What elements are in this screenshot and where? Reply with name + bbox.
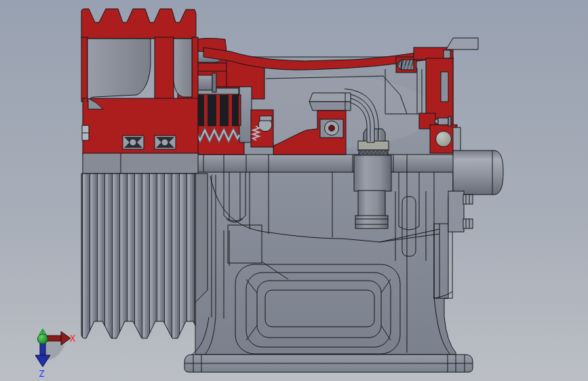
- retainer-flange[interactable]: [448, 191, 464, 232]
- ball-bearing-left[interactable]: [123, 136, 144, 149]
- pulley-back-flange[interactable]: [195, 174, 208, 302]
- output-shaft-body[interactable]: [453, 151, 503, 195]
- pulley-groove-face[interactable]: [81, 174, 195, 338]
- main-shaft[interactable]: [197, 155, 456, 172]
- clutch-window: [239, 87, 252, 142]
- flange-hex-bolt[interactable]: [463, 219, 473, 228]
- triad-z-label[interactable]: Z: [39, 368, 44, 379]
- pulley-right-rim[interactable]: [192, 37, 198, 104]
- pulley-left-rim[interactable]: [81, 37, 87, 102]
- pulley-recess-left: [87, 39, 151, 102]
- v-belt-pulley[interactable]: [81, 9, 208, 338]
- boss-notch: [444, 50, 450, 58]
- gear-bottom-flange[interactable]: [355, 216, 388, 228]
- bearing-plate[interactable]: [453, 127, 460, 153]
- section-view-canvas[interactable]: X Z: [0, 0, 588, 381]
- set-screw[interactable]: [397, 60, 414, 70]
- bearing-ball[interactable]: [436, 132, 452, 147]
- triad-origin[interactable]: [38, 334, 48, 344]
- gear-cylinder-upper[interactable]: [354, 155, 391, 191]
- fork-pin-core[interactable]: [329, 125, 335, 132]
- fork-block-lower[interactable]: [309, 102, 351, 111]
- cover-strip: [441, 72, 448, 102]
- bracket-pin-flange[interactable]: [212, 73, 216, 92]
- release-pin-cap[interactable]: [260, 116, 272, 121]
- ball-bearing-right[interactable]: [155, 136, 176, 149]
- pulley-web-stem[interactable]: [155, 37, 174, 102]
- bracket-pin-lower[interactable]: [196, 75, 212, 90]
- flange-hex-bolt[interactable]: [463, 195, 473, 204]
- cad-viewport[interactable]: X Z: [0, 0, 588, 381]
- fork-block-upper[interactable]: [309, 93, 351, 102]
- pulley-recess-right: [174, 39, 192, 97]
- shaft-body[interactable]: [197, 155, 456, 172]
- triad-x-label[interactable]: X: [70, 333, 76, 344]
- pulley-hub-face[interactable]: [83, 153, 198, 174]
- gear-cylinder-lower[interactable]: [358, 190, 385, 216]
